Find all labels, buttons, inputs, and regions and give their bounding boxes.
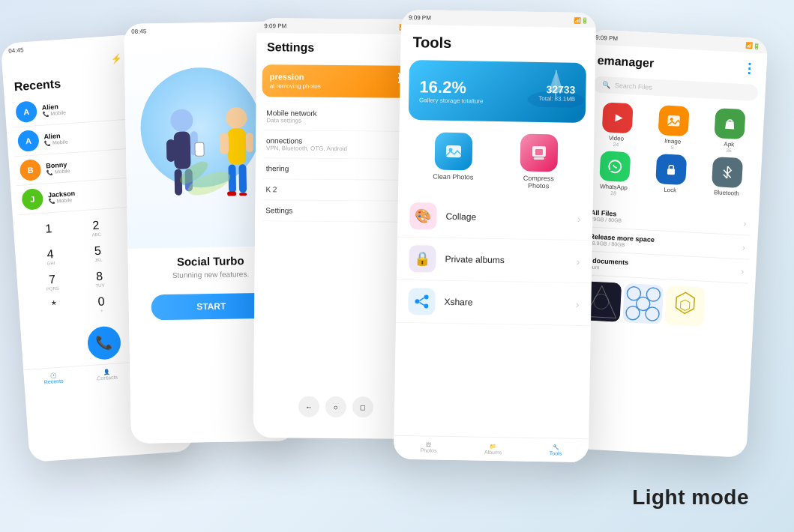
fm-icons-grid: Video 24 Image 5 Apk 36 WhatsApp 28 <box>580 95 765 209</box>
nav-photos[interactable]: 🖼Photos <box>421 442 437 453</box>
svg-point-0 <box>170 109 193 132</box>
clean-photos-tool[interactable]: Clean Photos <box>427 132 480 188</box>
svg-line-29 <box>419 302 424 305</box>
storage-percent: 16.2% <box>419 77 484 97</box>
avatar-alien2: A <box>17 130 40 152</box>
settings-item-network[interactable]: Mobile network Data settings <box>263 103 413 132</box>
whatsapp-icon-box <box>599 151 631 182</box>
tools-bottom-nav: 🖼Photos 📁Albums 🔧Tools <box>394 435 589 463</box>
settings-item-connections[interactable]: onnections VPN, Bluetooth, OTG, Android <box>263 130 413 160</box>
search-placeholder: Search Files <box>615 82 652 91</box>
tools-list: 🎨 Collage › 🔒 Private albums › Xshare › <box>394 195 593 438</box>
image-icon-box <box>658 105 690 136</box>
svg-rect-1 <box>174 131 191 169</box>
tools-card: 9:09 PM 📶🔋 Tools 16.2% Gallery storage t… <box>394 10 596 462</box>
svg-rect-14 <box>239 193 247 196</box>
start-button[interactable]: START <box>151 293 271 321</box>
settings-title: Settings <box>256 33 421 60</box>
collage-label: Collage <box>445 211 476 223</box>
nav-recents[interactable]: 🕐Recents <box>43 372 64 385</box>
svg-rect-8 <box>228 128 247 164</box>
dial-0[interactable]: 0+ <box>78 291 125 318</box>
recents-button[interactable]: □ <box>352 396 373 417</box>
svg-rect-13 <box>227 191 236 196</box>
settings-item-tethering[interactable]: thering <box>263 158 413 181</box>
settings-banner[interactable]: pression at removing photos 🖼 <box>262 64 415 98</box>
more-icon[interactable]: ⋮ <box>742 60 757 77</box>
all-files-arrow: › <box>743 218 747 229</box>
call-button[interactable]: 📞 <box>86 325 121 360</box>
tools-title: Tools <box>400 25 596 59</box>
banner-illustration <box>526 62 586 108</box>
dial-2[interactable]: 2ABC <box>72 214 119 241</box>
private-albums-tool[interactable]: 🔒 Private albums › <box>397 238 592 284</box>
avatar-jackson: J <box>21 188 43 211</box>
dial-5[interactable]: 5JKL <box>74 240 121 267</box>
fm-whatsapp-icon[interactable]: WhatsApp 28 <box>587 150 641 197</box>
settings-item-k2[interactable]: K 2 <box>262 179 412 202</box>
settings-item-7[interactable]: Settings <box>262 200 412 223</box>
collage-icon: 🎨 <box>409 202 437 230</box>
filemanager-title: emanager <box>597 54 654 70</box>
tile-grid-blue <box>622 283 664 324</box>
private-albums-icon: 🔒 <box>409 245 436 273</box>
tile-hex-yellow <box>664 285 706 327</box>
status-bar-card3: 9:09 PM 📶🔋 <box>256 18 421 34</box>
apk-icon-box <box>715 108 746 139</box>
avatar-bonny: B <box>19 159 42 181</box>
light-mode-label: Light mode <box>632 486 749 510</box>
home-button[interactable]: ○ <box>325 396 346 417</box>
clean-photos-icon <box>435 133 473 171</box>
collage-tool[interactable]: 🎨 Collage › <box>397 195 593 241</box>
fm-lock-icon[interactable]: Lock <box>644 153 698 200</box>
back-button[interactable]: ← <box>298 396 319 417</box>
svg-point-26 <box>424 294 429 299</box>
fm-sections: All Files 29GB / 80GB › Release more spa… <box>575 200 759 287</box>
compress-photos-label: Compress Photos <box>512 174 565 190</box>
svg-rect-23 <box>535 149 543 155</box>
svg-line-28 <box>419 297 424 300</box>
lock-icon-box <box>655 154 687 185</box>
banner-title: pression <box>270 72 408 82</box>
svg-rect-2 <box>166 139 176 162</box>
social-turbo-subtitle: Stunning new features. <box>172 270 249 279</box>
svg-rect-34 <box>667 169 675 175</box>
xshare-label: Xshare <box>444 297 472 308</box>
fm-bluetooth-icon[interactable]: Bluetooth <box>700 156 754 203</box>
time-card1: 04:45 <box>8 46 24 54</box>
dial-star[interactable]: * <box>30 294 77 321</box>
fm-image-icon[interactable]: Image 5 <box>646 104 700 151</box>
nav-albums[interactable]: 📁Albums <box>484 444 502 455</box>
nav-contacts[interactable]: 👤Contacts <box>97 369 118 381</box>
tile-hex-svg <box>664 285 706 327</box>
collage-arrow: › <box>577 213 581 225</box>
video-icon-box <box>601 102 633 133</box>
dial-7[interactable]: 7PQRS <box>28 268 76 295</box>
banner-subtitle: at removing photos <box>270 82 408 91</box>
fm-apk-icon[interactable]: Apk 36 <box>703 107 757 154</box>
xshare-tool[interactable]: Xshare › <box>396 280 592 327</box>
svg-rect-10 <box>246 133 253 152</box>
compress-photos-tool[interactable]: Compress Photos <box>512 133 565 190</box>
svg-rect-9 <box>220 133 229 154</box>
social-turbo-title: Social Turbo <box>177 254 244 268</box>
dial-8[interactable]: 8TUV <box>76 265 123 292</box>
clean-photos-label: Clean Photos <box>427 172 479 181</box>
svg-rect-20 <box>446 145 461 157</box>
nav-tools[interactable]: 🔧Tools <box>550 444 562 456</box>
svg-point-7 <box>226 107 247 128</box>
svg-line-19 <box>556 70 556 96</box>
tile-grid-svg <box>622 283 664 324</box>
decorative-tiles <box>573 278 755 335</box>
dial-4[interactable]: 4GHI <box>27 243 74 270</box>
settings-list: Mobile network Data settings onnections … <box>255 103 421 223</box>
dial-1[interactable]: 1 <box>25 217 72 244</box>
avatar-alien1: A <box>15 100 37 123</box>
svg-marker-30 <box>615 114 623 122</box>
svg-rect-24 <box>534 157 544 160</box>
documents-arrow: › <box>741 266 745 276</box>
filter-icon[interactable]: ⚡ <box>110 53 122 64</box>
svg-point-27 <box>424 303 428 308</box>
fm-video-icon[interactable]: Video 24 <box>590 101 644 148</box>
storage-label: Gallery storage totalture <box>419 97 484 104</box>
